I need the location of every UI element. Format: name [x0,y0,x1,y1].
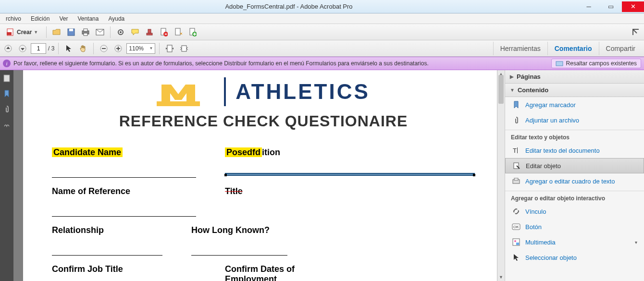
svg-rect-5 [84,29,87,31]
highlight-label: Resaltar campos existentes [566,60,637,67]
edit-object-item[interactable]: Editar objeto [505,158,644,173]
pdf-page[interactable]: ATHLETICS REFERENCE CHECK QUESTIONAIRE C… [23,70,497,281]
chevron-down-icon: ▼ [510,87,515,93]
mail-icon [96,29,104,36]
minus-circle-icon [100,45,108,52]
vertical-scrollbar[interactable]: ▲ ▼ [497,70,505,281]
print-button[interactable] [79,26,92,38]
main-toolbar: Crear ▼ [0,24,644,40]
page-extract-icon [174,28,182,37]
add-bookmark-item[interactable]: Agregar marcador [505,97,644,112]
text-edit-icon: T [512,146,520,155]
svg-rect-27 [4,75,10,82]
edit-document-text-item[interactable]: T Editar texto del documento [505,143,644,158]
page-insert-icon [189,28,197,37]
field-howlong-label: How Long Known? [191,225,270,235]
extract-page-button[interactable] [172,26,185,38]
edit-text-objects-header: Editar texto y objetos [505,130,644,143]
info-icon: i [3,60,11,67]
attachments-rail-button[interactable] [1,104,12,114]
cursor-icon [65,45,72,52]
link-item[interactable]: Vínculo [505,204,644,219]
field-candidate-name-label: Candidate Name [52,147,123,157]
expand-toolbar-button[interactable] [630,26,642,38]
content-label: Contenido [518,86,548,94]
multimedia-item[interactable]: Multimedia ▾ [505,234,644,250]
svg-rect-3 [69,29,73,31]
fit-width-button[interactable] [178,42,190,55]
highlight-fields-button[interactable]: Resaltar campos existentes [551,59,641,68]
comment-tool-button[interactable] [129,26,141,38]
mail-button[interactable] [94,26,106,38]
signatures-rail-button[interactable] [1,119,12,130]
zoom-select[interactable]: 110% ▼ [126,43,155,54]
field-dates-label-2: Employment [225,274,475,281]
pages-label: Páginas [517,73,541,80]
save-button[interactable] [65,26,77,38]
submenu-icon: ▾ [635,240,637,245]
zoom-in-button[interactable] [112,42,124,55]
add-textbox-item[interactable]: Agregar o editar cuadro de texto [505,173,644,189]
bookmark-icon [512,100,520,109]
multimedia-icon [512,238,520,246]
svg-rect-28 [157,101,200,106]
select-object-item[interactable]: Seleccionar objeto [505,250,644,265]
close-button[interactable]: ✕ [622,1,644,12]
select-tool-button[interactable] [62,42,75,55]
menu-edicion[interactable]: Edición [26,14,54,23]
tools-tab[interactable]: Herramientas [493,42,547,55]
michigan-m-logo [157,75,214,109]
page-up-button[interactable] [2,42,14,55]
stamp-button[interactable] [143,26,156,38]
insert-page-button[interactable] [186,26,199,38]
menu-bar: rchivo Edición Ver Ventana Ayuda [0,13,644,24]
pages-accordion-header[interactable]: ▶ Páginas [505,70,644,84]
minimize-button[interactable]: ─ [578,1,600,12]
share-tab[interactable]: Compartir [599,42,642,55]
select-object-label: Seleccionar objeto [525,254,577,261]
scrollbar-thumb[interactable] [498,75,504,104]
arrow-down-icon [19,45,26,52]
open-button[interactable] [50,26,63,38]
svg-rect-24 [167,45,172,52]
select-cursor-icon [512,253,520,262]
menu-ventana[interactable]: Ventana [73,14,103,23]
maximize-button[interactable]: ▭ [600,1,622,12]
menu-ayuda[interactable]: Ayuda [103,14,129,23]
bookmarks-rail-button[interactable] [1,88,12,99]
attachment-icon [3,105,10,113]
content-accordion-header[interactable]: ▼ Contenido [505,84,644,97]
svg-text:OK: OK [513,225,519,229]
button-item[interactable]: OK Botón [505,219,644,234]
link-icon [512,207,520,216]
hand-tool-button[interactable] [77,42,89,55]
page-number-input[interactable] [31,43,46,54]
form-info-bar: i Por favor, rellene el siguiente formul… [0,57,644,70]
zoom-out-button[interactable] [98,42,110,55]
printer-icon [81,28,90,36]
edit-object-icon [512,161,521,170]
signature-icon [3,121,10,128]
attach-file-label: Adjuntar un archivo [525,117,579,124]
folder-open-icon [52,28,61,36]
scroll-down-icon[interactable]: ▼ [497,273,505,281]
thumbnails-rail-button[interactable] [1,73,12,84]
svg-rect-14 [175,28,180,35]
right-panel: ▶ Páginas ▼ Contenido Agregar marcador A… [505,70,644,281]
link-label: Vínculo [525,208,546,215]
menu-ver[interactable]: Ver [54,14,73,23]
fit-page-button[interactable] [163,42,176,55]
comment-bubble-icon [131,28,139,36]
page-thumb-icon [3,74,10,82]
comment-tab[interactable]: Comentario [547,42,599,55]
create-button[interactable]: Crear ▼ [2,26,42,38]
dropdown-icon: ▼ [34,30,38,35]
settings-button[interactable] [114,26,127,38]
document-title: REFERENCE CHECK QUESTIONAIRE [52,112,475,130]
menu-archivo[interactable]: rchivo [1,14,26,23]
delete-page-button[interactable] [158,26,170,38]
attach-file-item[interactable]: Adjuntar un archivo [505,112,644,128]
selected-object-handle[interactable] [225,173,475,176]
page-down-button[interactable] [16,42,29,55]
chevron-right-icon: ▶ [510,74,514,79]
